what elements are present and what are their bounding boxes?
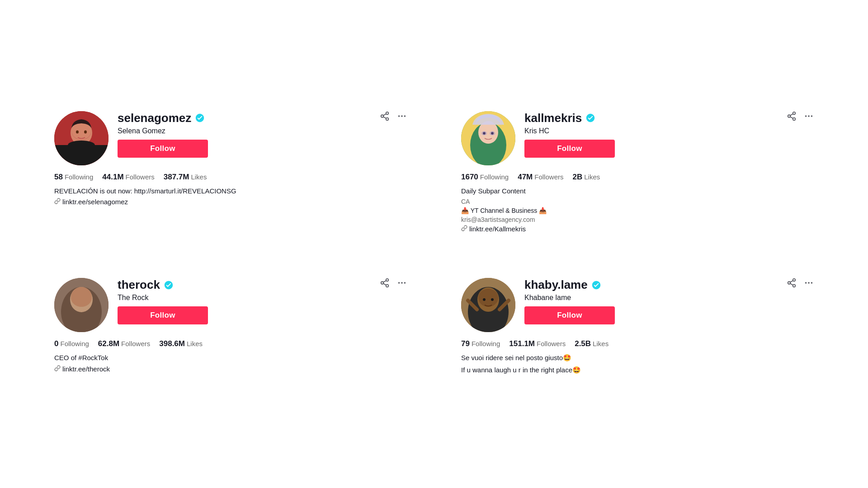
- more-icon-khaby[interactable]: [804, 278, 814, 290]
- profile-card-therock: therock The Rock Follow 0 Following 62.8…: [45, 264, 416, 390]
- follow-button-therock[interactable]: Follow: [118, 306, 208, 324]
- following-label-kris: Following: [480, 173, 509, 181]
- follow-button-selena[interactable]: Follow: [118, 140, 208, 158]
- svg-point-12: [68, 141, 95, 150]
- link-text-therock[interactable]: linktr.ee/therock: [62, 365, 110, 373]
- followers-label-selena: Followers: [126, 173, 155, 181]
- followers-count-selena: 44.1M: [102, 173, 123, 182]
- link-icon-kris: [461, 225, 467, 233]
- following-label-khaby: Following: [472, 340, 500, 347]
- followers-stat-khaby: 151.1M Followers: [509, 339, 566, 348]
- followers-stat-kris: 47M Followers: [518, 173, 563, 182]
- likes-stat-selena: 387.7M Likes: [164, 173, 207, 182]
- svg-point-54: [805, 282, 807, 284]
- bio-selena: REVELACIÓN is out now: http://smarturl.i…: [54, 186, 407, 197]
- card-header-selena: selenagomez Selena Gomez Follow: [54, 111, 407, 165]
- share-icon-khaby[interactable]: [787, 278, 797, 290]
- avatar-selena: [54, 111, 108, 165]
- link-text-kris[interactable]: linktr.ee/Kallmekris: [469, 225, 526, 233]
- following-count-khaby: 79: [461, 339, 470, 348]
- followers-count-therock: 62.8M: [98, 339, 119, 348]
- svg-line-52: [790, 284, 793, 286]
- profile-card-selena: selenagomez Selena Gomez Follow 58 Follo…: [45, 98, 416, 247]
- card-header-therock: therock The Rock Follow: [54, 278, 407, 332]
- following-stat-khaby: 79 Following: [461, 339, 500, 348]
- svg-point-38: [398, 282, 400, 284]
- svg-line-21: [790, 114, 793, 116]
- username-therock: therock: [118, 278, 160, 292]
- display-name-kris: Kris HC: [524, 127, 814, 135]
- likes-label-selena: Likes: [191, 173, 207, 181]
- following-count-therock: 0: [54, 339, 58, 348]
- profile-card-kris: kallmekris Kris HC Follow 1670 Following…: [452, 98, 823, 247]
- card-actions-kris: [787, 111, 814, 123]
- display-name-selena: Selena Gomez: [118, 127, 407, 135]
- link-row-selena: linktr.ee/selenagomez: [54, 198, 407, 206]
- verified-icon-kris: [585, 113, 595, 123]
- likes-stat-kris: 2B Likes: [572, 173, 600, 182]
- svg-point-61: [483, 298, 486, 301]
- card-actions-therock: [380, 278, 407, 290]
- link-row-therock: linktr.ee/therock: [54, 365, 407, 373]
- svg-point-24: [811, 115, 813, 117]
- avatar-kris: [461, 111, 515, 165]
- bio2-khaby: If u wanna laugh u r in the right place🤩: [461, 365, 814, 375]
- link-row-kris: linktr.ee/Kallmekris: [461, 225, 814, 233]
- verified-icon-therock: [164, 280, 174, 290]
- profile-info-therock: therock The Rock Follow: [118, 278, 407, 324]
- svg-line-4: [383, 114, 386, 116]
- share-icon-therock[interactable]: [380, 278, 390, 290]
- stats-row-selena: 58 Following 44.1M Followers 387.7M Like…: [54, 173, 407, 182]
- svg-line-20: [790, 117, 793, 118]
- svg-point-60: [478, 289, 498, 307]
- avatar-therock: [54, 278, 108, 332]
- followers-count-kris: 47M: [518, 173, 533, 182]
- username-row-therock: therock: [118, 278, 407, 292]
- more-icon-selena[interactable]: [397, 111, 407, 123]
- svg-point-62: [491, 298, 494, 301]
- stats-row-kris: 1670 Following 47M Followers 2B Likes: [461, 173, 814, 182]
- link-text-selena[interactable]: linktr.ee/selenagomez: [62, 198, 128, 206]
- share-icon-selena[interactable]: [380, 111, 390, 123]
- svg-point-6: [401, 115, 403, 117]
- follow-button-khaby[interactable]: Follow: [524, 306, 615, 324]
- likes-count-selena: 387.7M: [164, 173, 189, 182]
- more-icon-kris[interactable]: [804, 111, 814, 123]
- username-row-kris: kallmekris: [524, 111, 814, 125]
- followers-label-kris: Followers: [534, 173, 563, 181]
- followers-stat-therock: 62.8M Followers: [98, 339, 150, 348]
- svg-point-5: [398, 115, 400, 117]
- avatar-khaby: [461, 278, 515, 332]
- display-name-therock: The Rock: [118, 294, 407, 302]
- bio-khaby: Se vuoi ridere sei nel posto giusto🤩: [461, 353, 814, 363]
- bio-kris: Daily Subpar Content: [461, 186, 814, 197]
- more-icon-therock[interactable]: [397, 278, 407, 290]
- svg-point-40: [404, 282, 406, 284]
- following-label-selena: Following: [65, 173, 93, 181]
- profile-info-kris: kallmekris Kris HC Follow: [524, 111, 814, 158]
- link-icon-selena: [54, 198, 61, 206]
- verified-icon-selena: [195, 113, 205, 123]
- svg-point-23: [808, 115, 810, 117]
- following-count-selena: 58: [54, 173, 63, 182]
- likes-label-khaby: Likes: [593, 340, 609, 347]
- card-header-khaby: khaby.lame Khabane lame Follow: [461, 278, 814, 332]
- profiles-grid: selenagomez Selena Gomez Follow 58 Follo…: [0, 70, 868, 418]
- followers-label-therock: Followers: [121, 340, 150, 347]
- likes-stat-khaby: 2.5B Likes: [575, 339, 609, 348]
- follow-button-kris[interactable]: Follow: [524, 140, 615, 158]
- profile-card-khaby: khaby.lame Khabane lame Follow 79 Follow…: [452, 264, 823, 390]
- svg-point-39: [401, 282, 403, 284]
- following-label-therock: Following: [60, 340, 89, 347]
- card-actions-khaby: [787, 278, 814, 290]
- display-name-khaby: Khabane lame: [524, 294, 814, 302]
- svg-point-15: [84, 130, 87, 133]
- followers-label-khaby: Followers: [537, 340, 566, 347]
- svg-point-14: [76, 130, 79, 133]
- card-header-kris: kallmekris Kris HC Follow: [461, 111, 814, 165]
- share-icon-kris[interactable]: [787, 111, 797, 123]
- svg-point-7: [404, 115, 406, 117]
- svg-line-3: [383, 117, 386, 118]
- likes-label-therock: Likes: [187, 340, 203, 347]
- svg-point-22: [805, 115, 807, 117]
